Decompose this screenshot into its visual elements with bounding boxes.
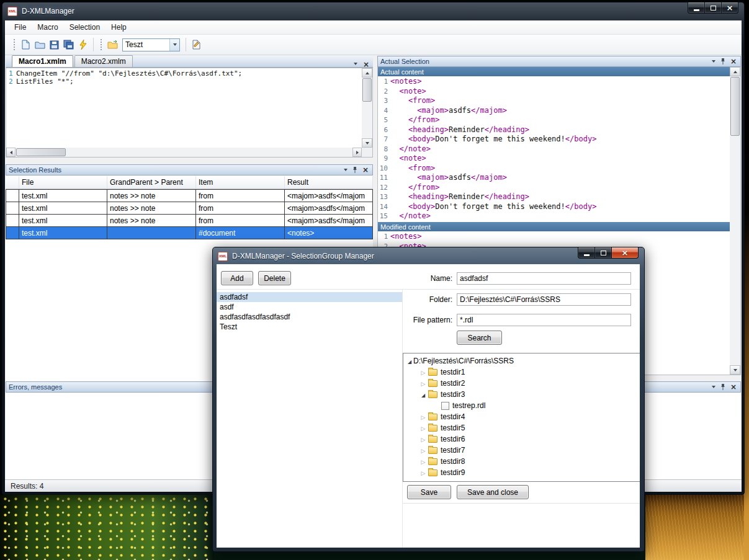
name-field[interactable] [457, 272, 631, 285]
tree-expander-icon[interactable] [419, 435, 427, 443]
tree-item[interactable]: testdir2 [403, 378, 640, 389]
panel-menu-icon[interactable] [344, 169, 348, 171]
column-header[interactable]: Result [285, 176, 373, 189]
pin-icon[interactable] [352, 166, 357, 174]
save-and-close-button[interactable]: Save and close [457, 485, 529, 499]
tree-item[interactable]: testdir7 [403, 445, 640, 456]
tree-item[interactable]: testdir1 [403, 367, 640, 378]
menu-item[interactable]: Selection [64, 21, 105, 33]
toolbar-grip[interactable] [100, 38, 102, 51]
scroll-right-button[interactable] [352, 148, 362, 157]
file-pattern-field[interactable] [457, 314, 631, 326]
close-panel-icon[interactable] [730, 58, 737, 65]
close-button[interactable] [611, 247, 639, 259]
menu-item[interactable]: Help [105, 21, 132, 33]
panel-menu-icon[interactable] [712, 386, 715, 388]
list-item[interactable]: asdf [217, 302, 402, 312]
folder-tree[interactable]: D:\Fejlesztés\C#\Forrás\SSRS testdir1 [403, 353, 640, 482]
tree-expander-icon[interactable] [419, 390, 427, 399]
tree-expander-icon[interactable] [419, 457, 427, 466]
menu-item[interactable]: File [9, 21, 32, 33]
selection-group-combo[interactable]: Teszt [122, 38, 180, 51]
tree-expander-icon[interactable] [419, 368, 427, 376]
list-item[interactable]: Teszt [217, 322, 402, 332]
delete-button[interactable]: Delete [258, 271, 291, 285]
table-row[interactable]: test.xml notes >> note from <majom>asdfs… [6, 215, 373, 227]
folder-field[interactable] [457, 293, 631, 306]
scroll-up-button[interactable] [362, 68, 372, 78]
scroll-left-button[interactable] [6, 148, 16, 157]
scrollbar-thumb[interactable] [16, 148, 66, 156]
editor-vertical-scrollbar[interactable] [362, 68, 372, 148]
column-header[interactable]: GrandParent > Parent [107, 176, 196, 189]
tree-item[interactable]: testdir9 [403, 467, 640, 478]
file-checkbox[interactable] [441, 402, 449, 410]
tree-expander-icon[interactable] [419, 446, 427, 455]
open-macro-button[interactable] [33, 38, 47, 52]
panel-menu-icon[interactable] [712, 60, 715, 63]
editor-content[interactable]: 1 ChangeItem "//from" "d:\Fejlesztés\C#\… [6, 68, 362, 148]
pin-icon[interactable] [720, 58, 725, 65]
scrollbar-thumb[interactable] [362, 78, 372, 102]
toolbar-grip[interactable] [13, 38, 16, 51]
tree-item[interactable]: testdir6 [403, 433, 640, 445]
scrollbar-thumb[interactable] [730, 77, 740, 136]
list-item[interactable]: asdfasdfasdfasdfasdf [217, 312, 402, 322]
tree-item[interactable]: testdir4 [403, 411, 640, 422]
scroll-down-button[interactable] [730, 365, 740, 375]
new-macro-button[interactable] [19, 38, 33, 52]
search-button[interactable]: Search [457, 331, 502, 345]
main-titlebar[interactable]: XML D-XMLManager [2, 2, 744, 20]
table-row[interactable]: test.xml notes >> note from <majom>asdfs… [6, 190, 373, 202]
tree-item[interactable]: testdir3 [403, 389, 640, 400]
row-selector-cell[interactable] [6, 202, 19, 215]
scroll-up-button[interactable] [730, 67, 740, 76]
table-row[interactable]: test.xml #document <notes> [6, 227, 373, 239]
tree-expander-icon[interactable] [419, 424, 427, 432]
table-row[interactable]: test.xml notes >> note from <majom>asdfs… [6, 202, 373, 215]
tree-expander-icon[interactable] [419, 412, 427, 421]
tree-item[interactable]: D:\Fejlesztés\C#\Forrás\SSRS [403, 355, 640, 367]
editor-horizontal-scrollbar[interactable] [6, 148, 362, 157]
close-panel-icon[interactable] [362, 166, 369, 174]
tree-expander-icon[interactable] [419, 468, 427, 477]
tree-expander-icon[interactable] [419, 379, 427, 388]
tab-list-icon[interactable] [354, 63, 357, 65]
open-selection-group-button[interactable] [105, 38, 120, 52]
menu-item[interactable]: Macro [32, 21, 63, 33]
row-selector-cell[interactable] [6, 227, 19, 239]
macro-tab[interactable]: Macro1.xmlm [12, 55, 73, 67]
panel-vertical-scrollbar[interactable] [730, 67, 740, 375]
dialog-titlebar[interactable]: XML D-XMLManager - SelectionGroup Manage… [213, 247, 644, 265]
save-button[interactable]: Save [407, 485, 451, 499]
selection-results-header[interactable]: Selection Results [6, 164, 373, 176]
maximize-button[interactable] [704, 2, 722, 14]
tree-item[interactable]: testrep.rdl [403, 400, 640, 411]
tree-item[interactable]: testdir8 [403, 456, 640, 467]
run-macro-button[interactable] [76, 38, 90, 52]
column-header[interactable]: Item [196, 176, 285, 189]
actual-selection-header[interactable]: Actual Selection [377, 56, 741, 67]
pin-icon[interactable] [720, 383, 725, 391]
tree-item[interactable]: testdir5 [403, 422, 640, 433]
save-macro-button[interactable] [47, 38, 61, 52]
macro-editor[interactable]: 1 ChangeItem "//from" "d:\Fejlesztés\C#\… [6, 68, 373, 158]
scroll-down-button[interactable] [362, 138, 372, 148]
manage-selection-groups-button[interactable] [189, 38, 204, 52]
save-all-button[interactable] [61, 38, 76, 52]
close-button[interactable] [721, 2, 738, 14]
actual-content-view[interactable]: 1 <notes> 2 <note> 3 <from> [378, 77, 730, 221]
maximize-button[interactable] [594, 247, 612, 259]
close-panel-icon[interactable] [730, 383, 737, 391]
minimize-button[interactable] [688, 2, 705, 14]
add-button[interactable]: Add [221, 271, 253, 285]
tree-expander-icon[interactable] [406, 357, 413, 365]
row-selector-cell[interactable] [6, 190, 19, 202]
row-selector-cell[interactable] [6, 215, 19, 227]
combo-dropdown-button[interactable] [169, 39, 179, 51]
list-item[interactable]: asdfadsf [217, 292, 402, 302]
macro-tab[interactable]: Macro2.xmlm [74, 55, 133, 67]
minimize-button[interactable] [578, 247, 595, 259]
column-header[interactable]: File [19, 176, 107, 189]
selection-group-list[interactable]: asdfadsf asdf asdfasdfasdfasdfasdf Teszt [217, 290, 403, 548]
